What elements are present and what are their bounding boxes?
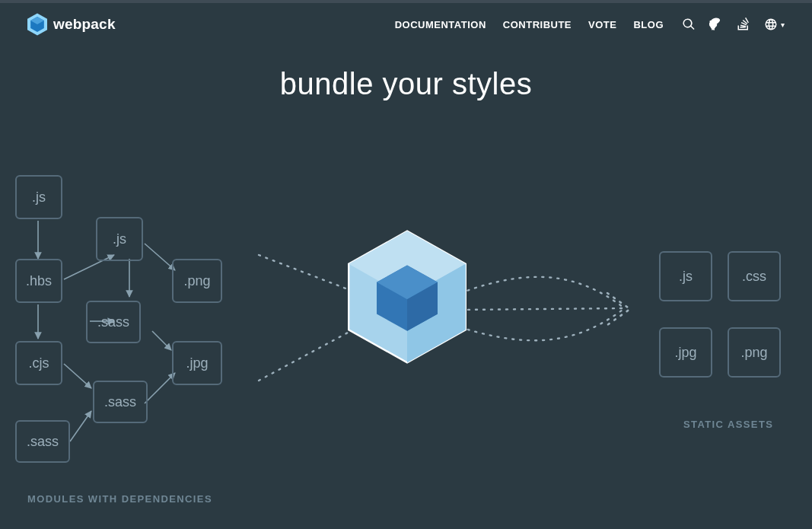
brand[interactable]: webpack [27, 13, 116, 36]
module-node-jpg: .jpg [172, 341, 222, 385]
module-node-sass: .sass [15, 420, 70, 463]
brand-cube-icon [27, 13, 47, 36]
module-node-cjs: .cjs [15, 341, 62, 385]
navbar: webpack DOCUMENTATION CONTRIBUTE VOTE BL… [0, 3, 812, 46]
nav-contribute[interactable]: CONTRIBUTE [503, 19, 572, 30]
left-caption: MODULES WITH DEPENDENCIES [27, 493, 212, 505]
nav-blog[interactable]: BLOG [633, 19, 664, 30]
github-icon[interactable] [709, 18, 723, 31]
brand-name: webpack [53, 16, 116, 33]
module-node-js: .js [96, 217, 143, 261]
stackoverflow-icon[interactable] [737, 18, 750, 31]
chevron-down-icon: ▾ [781, 21, 785, 29]
diagram-stage: .js .js .hbs .png .sass .cjs .jpg .sass … [0, 152, 812, 510]
module-node-hbs: .hbs [15, 259, 62, 303]
module-node-png: .png [172, 259, 222, 303]
module-node-js: .js [15, 175, 62, 219]
nav-documentation[interactable]: DOCUMENTATION [395, 19, 486, 30]
asset-node-jpg: .jpg [659, 327, 712, 378]
module-node-sass: .sass [86, 301, 141, 343]
search-icon[interactable] [682, 18, 696, 31]
nav-links: DOCUMENTATION CONTRIBUTE VOTE BLOG [395, 19, 664, 30]
asset-node-css: .css [728, 251, 781, 301]
language-icon[interactable]: ▾ [764, 18, 785, 31]
asset-node-png: .png [728, 327, 781, 378]
asset-node-js: .js [659, 251, 712, 301]
right-caption: STATIC ASSETS [683, 419, 773, 430]
nav-icons: ▾ [682, 18, 785, 31]
nav-vote[interactable]: VOTE [588, 19, 616, 30]
hero-title: bundle your styles [0, 67, 812, 101]
module-node-sass: .sass [93, 381, 148, 423]
webpack-cube-icon [346, 228, 468, 365]
